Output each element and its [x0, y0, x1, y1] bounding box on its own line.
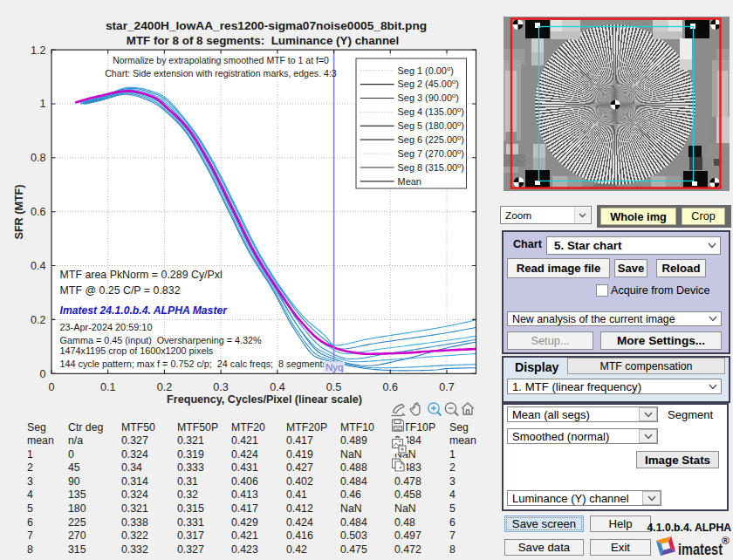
svg-text:Seg 2 (45.00o): Seg 2 (45.00o)	[398, 78, 459, 89]
svg-text:0.2: 0.2	[31, 314, 46, 326]
svg-text:0.6: 0.6	[383, 381, 399, 393]
svg-text:0.4: 0.4	[270, 381, 285, 393]
svg-text:0.1: 0.1	[100, 381, 116, 393]
svg-text:Nyq: Nyq	[325, 362, 343, 372]
svg-text:144 cycle pattern; max f = 0.7: 144 cycle pattern; max f = 0.752 c/p; 24…	[60, 359, 328, 369]
svg-text:0.2: 0.2	[157, 381, 173, 393]
svg-text:imatest: imatest	[678, 540, 723, 558]
svg-text:0: 0	[39, 368, 45, 380]
svg-text:0.6: 0.6	[31, 206, 46, 218]
svg-text:Seg 7 (270.00o): Seg 7 (270.00o)	[398, 147, 464, 159]
svg-text:MTF for 8 of 8 segments: Lumi: MTF for 8 of 8 segments: Luminance (Y) c…	[127, 34, 400, 47]
svg-text:0: 0	[48, 381, 54, 393]
svg-text:0.5: 0.5	[326, 381, 342, 393]
svg-text:Frequency, Cycles/Pixel (linea: Frequency, Cycles/Pixel (linear scale)	[167, 393, 362, 406]
svg-text:23-Apr-2024 20:59:10: 23-Apr-2024 20:59:10	[60, 322, 153, 332]
svg-text:MTF @ 0.25 C/P = 0.832: MTF @ 0.25 C/P = 0.832	[60, 284, 181, 297]
svg-text:Seg 6 (225.00o): Seg 6 (225.00o)	[398, 133, 464, 145]
svg-text:Seg 5 (180.00o): Seg 5 (180.00o)	[398, 120, 464, 131]
svg-text:0.4: 0.4	[31, 260, 46, 272]
svg-text:SFR (MTF): SFR (MTF)	[13, 185, 25, 240]
svg-text:0.8: 0.8	[31, 152, 46, 164]
svg-text:Imatest 24.1.0.b.4. ALPHA Mast: Imatest 24.1.0.b.4. ALPHA Master	[60, 304, 229, 317]
svg-text:Seg 3 (90.00o): Seg 3 (90.00o)	[398, 92, 459, 103]
svg-text:Gamma = 0.45 (input) Overshar: Gamma = 0.45 (input) Oversharpening = 4.…	[60, 335, 262, 345]
svg-text:Normalize by extrapolating smo: Normalize by extrapolating smoothed MTF …	[113, 55, 329, 65]
svg-text:Mean: Mean	[398, 176, 421, 187]
svg-text:1: 1	[39, 98, 45, 110]
svg-text:Chart: Side extension with reg: Chart: Side extension with registration …	[105, 68, 337, 79]
svg-text:star_2400H_lowAA_res1200-sigma: star_2400H_lowAA_res1200-sigma07noise000…	[106, 19, 427, 32]
svg-text:Seg 8 (315.00o): Seg 8 (315.00o)	[398, 161, 464, 173]
svg-text:0.7: 0.7	[439, 381, 455, 393]
svg-text:Seg 4 (135.00o): Seg 4 (135.00o)	[398, 106, 464, 117]
svg-text:MTF area PkNorm = 0.289 Cy/Pxl: MTF area PkNorm = 0.289 Cy/Pxl	[60, 269, 223, 281]
svg-text:1.2: 1.2	[31, 44, 46, 57]
svg-text:1474x1195 crop of 1600x1200 pi: 1474x1195 crop of 1600x1200 pixels	[60, 345, 214, 356]
svg-text:®: ®	[722, 535, 730, 547]
svg-text:0.3: 0.3	[213, 381, 229, 393]
svg-text:Seg 1 (0.00o): Seg 1 (0.00o)	[398, 65, 454, 76]
